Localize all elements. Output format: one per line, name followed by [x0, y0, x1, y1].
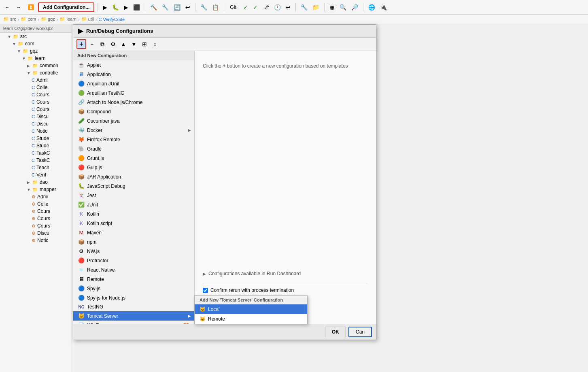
sidebar-item-admi1[interactable]: C Admi: [0, 77, 72, 84]
add-configuration-button[interactable]: Add Configuration...: [38, 2, 94, 12]
stop-icon[interactable]: ⬛: [132, 3, 142, 11]
config-item-tomcat[interactable]: 🐱 Tomcat Server ▶: [73, 311, 194, 321]
copy-config-button[interactable]: ⧉: [98, 39, 107, 49]
nav-button-3[interactable]: ⏫: [25, 3, 36, 11]
sidebar-item-cours1[interactable]: C Cours: [0, 91, 72, 98]
sidebar-item-colle-mapper[interactable]: ⚙ Colle: [0, 200, 72, 208]
sidebar-item-controller[interactable]: ▼ 📁 controlle: [0, 69, 72, 77]
sidebar-item-cours2[interactable]: C Cours: [0, 98, 72, 106]
submenu-item-local[interactable]: 🐱 Local: [195, 304, 307, 314]
sidebar-item-verif[interactable]: C Verif: [0, 171, 72, 179]
settings-icon[interactable]: 🔧: [299, 3, 309, 11]
refresh-icon[interactable]: ↩: [184, 3, 192, 11]
config-item-remote[interactable]: 🖥 Remote: [73, 274, 194, 284]
move-down-button[interactable]: ▼: [129, 39, 139, 49]
back-button[interactable]: ←: [2, 3, 12, 11]
sidebar-item-com[interactable]: ▼ 📁 com: [0, 40, 72, 47]
tools2-icon[interactable]: 📋: [210, 3, 221, 11]
layout-icon[interactable]: ▦: [328, 3, 336, 11]
breadcrumb-src[interactable]: 📁 src: [3, 17, 16, 22]
sidebar-item-cours-mapper[interactable]: ⚙ Cours: [0, 208, 72, 215]
sidebar-item-discu2[interactable]: C Discu: [0, 120, 72, 128]
config-item-react-native[interactable]: ⚛ React Native: [73, 265, 194, 274]
config-item-jar[interactable]: 📦 JAR Application: [73, 172, 194, 181]
breadcrumb-com[interactable]: 📁 com: [21, 17, 36, 22]
sidebar-item-notic-mapper[interactable]: ⚙ Notic: [0, 237, 72, 244]
config-item-spyjs-node[interactable]: 🔵 Spy-js for Node.js: [73, 293, 194, 302]
rerun-checkbox[interactable]: [203, 288, 208, 293]
search-icon[interactable]: 🔍: [338, 3, 348, 11]
config-item-kotlin-script[interactable]: K Kotlin script: [73, 219, 194, 228]
sidebar-item-colle1[interactable]: C Colle: [0, 84, 72, 91]
build1-icon[interactable]: 🔨: [149, 3, 159, 11]
tools1-icon[interactable]: 🔧: [199, 3, 209, 11]
submenu-item-remote[interactable]: 🐱 Remote: [195, 314, 307, 324]
sidebar-item-teach[interactable]: C Teach: [0, 164, 72, 171]
sidebar-item-discu1[interactable]: C Discu: [0, 113, 72, 120]
config-item-gruntjs[interactable]: 🟠 Grunt.js: [73, 153, 194, 163]
config-item-arquillian-junit[interactable]: 🔵 Arquillian JUnit: [73, 79, 194, 88]
sidebar-item-cours2-mapper[interactable]: ⚙ Cours: [0, 215, 72, 222]
config-item-gradle[interactable]: 🐘 Gradle: [73, 144, 194, 153]
sidebar-item-common[interactable]: ▶ 📁 common: [0, 62, 72, 69]
cancel-button[interactable]: Can: [348, 327, 372, 337]
config-item-spyjs[interactable]: 🔵 Spy-js: [73, 284, 194, 293]
config-item-application[interactable]: 🖥 Application: [73, 70, 194, 79]
forward-button[interactable]: →: [14, 3, 23, 11]
move-up-button[interactable]: ▲: [119, 39, 128, 49]
search2-icon[interactable]: 🔎: [350, 3, 360, 11]
config-item-testng[interactable]: NG TestNG: [73, 302, 194, 311]
git-check2-icon[interactable]: ✓: [251, 3, 259, 11]
config-item-applet[interactable]: ☕ Applet: [73, 60, 194, 70]
sidebar-item-taskc1[interactable]: C TaskC: [0, 149, 72, 157]
config-item-protractor[interactable]: 🔴 Protractor: [73, 256, 194, 265]
group-button[interactable]: ⊞: [140, 39, 149, 49]
sidebar-item-stude1[interactable]: C Stude: [0, 135, 72, 142]
git-branch-icon[interactable]: ⎇: [261, 3, 271, 11]
breadcrumb-util[interactable]: 📁 util: [81, 17, 94, 22]
ok-button[interactable]: OK: [325, 327, 346, 337]
remove-config-button[interactable]: −: [87, 39, 97, 49]
breadcrumb-learn[interactable]: 📁 learn: [59, 17, 76, 22]
configs-dashboard[interactable]: ▶ Configurations available in Run Dashbo…: [203, 269, 368, 278]
add-new-config-button[interactable]: +: [76, 39, 86, 49]
config-item-jest[interactable]: 🃏 Jest: [73, 191, 194, 200]
config-item-gulpjs[interactable]: 🔴 Gulp.js: [73, 163, 194, 172]
config-item-xslt[interactable]: 📄 XSLT 3: [73, 321, 194, 324]
config-item-maven[interactable]: M Maven: [73, 228, 194, 237]
sidebar-item-mapper[interactable]: ▼ 📁 mapper: [0, 186, 72, 193]
build2-icon[interactable]: 🔧: [160, 3, 170, 11]
config-item-nwjs[interactable]: ⚙ NW.js: [73, 247, 194, 256]
config-item-npm[interactable]: 📦 npm: [73, 237, 194, 247]
config-item-compound[interactable]: 📦 Compound: [73, 107, 194, 116]
git-history-icon[interactable]: 🕐: [272, 3, 282, 11]
sidebar-item-src[interactable]: ▼ 📁 src: [0, 33, 72, 40]
git-check-icon[interactable]: ✓: [242, 3, 250, 11]
sidebar-item-dao[interactable]: ▶ 📁 dao: [0, 179, 72, 186]
config-item-arquillian-testng[interactable]: 🟢 Arquillian TestNG: [73, 88, 194, 98]
edit-config-button[interactable]: ⚙: [108, 39, 118, 49]
config-item-kotlin[interactable]: K Kotlin: [73, 209, 194, 219]
breadcrumb-verifycode[interactable]: C VerifyCode: [98, 17, 125, 22]
config-item-jsdebug[interactable]: 🐛 JavaScript Debug: [73, 181, 194, 191]
sidebar-item-admi-mapper[interactable]: ⚙ Admi: [0, 193, 72, 200]
sidebar-item-cours3-mapper[interactable]: ⚙ Cours: [0, 222, 72, 230]
config-item-junit[interactable]: ✅ JUnit: [73, 200, 194, 209]
config-item-docker[interactable]: 🐳 Docker ▶: [73, 125, 194, 135]
sidebar-item-learn[interactable]: ▼ 📁 learn: [0, 55, 72, 62]
breadcrumb-gqz[interactable]: 📁 gqz: [41, 17, 55, 22]
run-icon[interactable]: ▶: [101, 3, 109, 11]
build3-icon[interactable]: 🔄: [172, 3, 182, 11]
plugin-icon[interactable]: 🔌: [378, 3, 388, 11]
sidebar-item-taskc2[interactable]: C TaskC: [0, 157, 72, 164]
config-item-cucumber[interactable]: 🥒 Cucumber java: [73, 116, 194, 125]
sidebar-item-discu-mapper[interactable]: ⚙ Discu: [0, 230, 72, 237]
debug-icon[interactable]: 🐛: [110, 3, 121, 11]
sidebar-item-stude2[interactable]: C Stude: [0, 142, 72, 149]
sort-button[interactable]: ↕: [150, 39, 160, 49]
translate-icon[interactable]: 🌐: [367, 3, 377, 11]
vcs-icon[interactable]: 📁: [311, 3, 321, 11]
git-revert-icon[interactable]: ↩: [284, 3, 292, 11]
config-item-attach-nodejs[interactable]: 🔗 Attach to Node.js/Chrome: [73, 98, 194, 107]
run2-icon[interactable]: ▶: [122, 3, 130, 11]
